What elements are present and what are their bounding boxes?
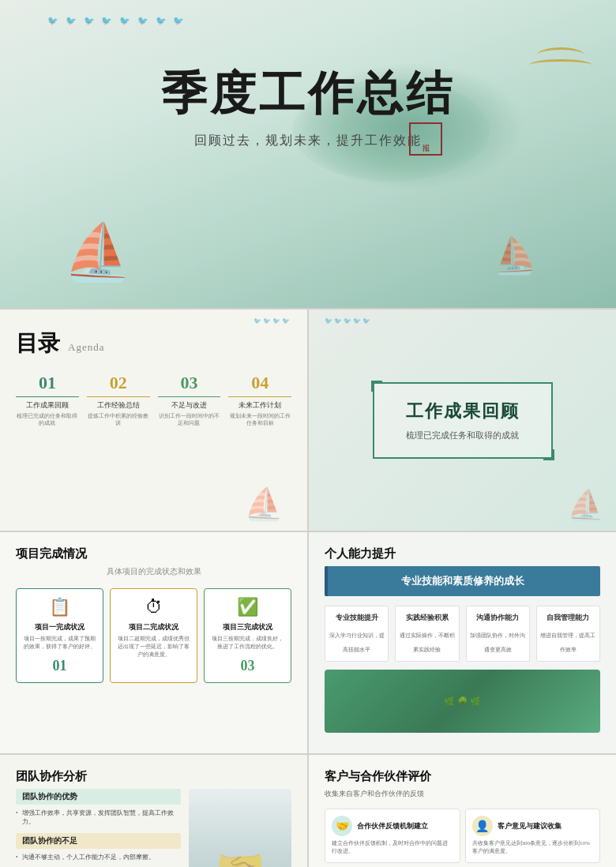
agenda-desc-2: 提炼工作中积累的经验教训 [87, 413, 150, 427]
project-card-2-icon: ⏱ [117, 597, 190, 617]
agenda-title-cn: 目录 [16, 328, 60, 358]
project-card-2-desc: 项目二超期完成，成绩优秀但还出现了一些延迟，影响了客户的满意度。 [117, 636, 190, 659]
ability-panel: 个人能力提升 专业技能和素质修养的成长 专业技能提升 深入学习行业知识，提高技能… [309, 532, 616, 753]
ability-col-1-desc: 深入学习行业知识，提高技能水平 [329, 632, 385, 653]
agenda-num-2: 02 [87, 373, 150, 393]
ability-col-3-desc: 加强团队协作，对外沟通变更高效 [470, 632, 525, 653]
ability-image: 🌿 🌳 🌿 [325, 670, 600, 733]
project-card-3: ✅ 项目三完成状况 项目三按期完成，成绩良好，推进了工作流程的优化。 03 [204, 588, 291, 683]
ability-col-2: 实践经验积累 通过实际操作，不断积累实践经验 [395, 606, 459, 662]
hero-slide: 🐦 🐦 🐦 🐦 🐦 🐦 🐦 🐦 季度工作总结 回顾过去，规划未来，提升工作效能 … [0, 0, 616, 308]
project-section-title: 项目完成情况 [16, 546, 291, 561]
divider-gold-2 [228, 396, 291, 397]
hero-subtitle: 回顾过去，规划未来，提升工作效能 [194, 133, 422, 149]
client-card-1-header: 🤝 合作伙伴反馈机制建立 [332, 816, 453, 836]
agenda-title-row: 目录 Agenda [16, 328, 291, 358]
birds-decoration: 🐦 🐦 🐦 🐦 🐦 🐦 🐦 🐦 [47, 16, 186, 26]
team-section-title: 团队协作分析 [16, 769, 291, 784]
client-card-1-title: 合作伙伴反馈机制建立 [357, 821, 428, 831]
client-card-2-title: 客户意见与建议收集 [498, 821, 562, 831]
team-disadv-item: 沟通不够主动，个人工作能力不足，内部摩擦。 [16, 853, 181, 861]
agenda-desc-4: 规划未来一段时间的工作任务和目标 [228, 413, 291, 427]
hero-stamp: 汇报 [409, 122, 442, 156]
agenda-num-4: 04 [228, 373, 291, 393]
client-card-1-desc: 建立合作伙伴反馈机制，及时对合作中的问题进行改进。 [332, 840, 453, 856]
team-disadv-title: 团队协作的不足 [16, 833, 181, 849]
agenda-item-2: 02 工作经验总结 提炼工作中积累的经验教训 [87, 373, 150, 427]
agenda-items-list: 01 工作成果回顾 梳理已完成的任务和取得的成就 02 工作经验总结 提炼工作中… [16, 373, 291, 427]
client-card-2-header: 👤 客户意见与建议收集 [472, 816, 594, 836]
ability-col-3: 沟通协作能力 加强团队协作，对外沟通变更高效 [466, 606, 530, 662]
cloud-ornament-2 [529, 59, 592, 71]
client-card-2-icon: 👤 [472, 816, 493, 836]
ability-columns-row: 专业技能提升 深入学习行业知识，提高技能水平 实践经验积累 通过实际操作，不断积… [325, 606, 600, 662]
review-frame: 工作成果回顾 梳理已完成任务和取得的成就 [373, 382, 553, 459]
boat-figure-left: ⛵ [63, 220, 132, 284]
ability-col-3-title: 沟通协作能力 [470, 613, 526, 623]
client-card-2-desc: 共收集客户意见达到300条意见，逐步分析到10%客户的满意度。 [472, 840, 594, 856]
divider-gold-1 [87, 396, 150, 397]
ability-banner: 专业技能和素质修养的成长 [325, 566, 600, 596]
ability-col-4: 自我管理能力 增进自我管理，提高工作效率 [536, 606, 600, 662]
project-card-1-num: 01 [23, 658, 96, 674]
project-card-2: ⏱ 项目二完成状况 项目二超期完成，成绩优秀但还出现了一些延迟，影响了客户的满意… [110, 588, 197, 683]
client-card-1-icon: 🤝 [332, 816, 352, 836]
project-card-3-icon: ✅ [211, 597, 284, 617]
client-subtitle: 收集来自客户和合作伙伴的反馈 [325, 789, 600, 799]
team-adv-item: 增强工作效率，共享资源，发挥团队智慧，提高工作效力。 [16, 809, 181, 827]
review-subtitle: 梳理已完成任务和取得的成就 [406, 430, 520, 441]
project-card-3-title: 项目三完成状况 [211, 622, 284, 632]
agenda-desc-1: 梳理已完成的任务和取得的成就 [16, 413, 79, 427]
ability-col-1-title: 专业技能提升 [329, 613, 385, 623]
client-card-2: 👤 客户意见与建议收集 共收集客户意见达到300条意见，逐步分析到10%客户的满… [465, 809, 601, 863]
client-cards-list: 🤝 合作伙伴反馈机制建立 建立合作伙伴反馈机制，及时对合作中的问题进行改进。 👤… [325, 809, 600, 867]
agenda-title-en: Agenda [68, 341, 104, 354]
ability-col-2-desc: 通过实际操作，不断积累实践经验 [400, 632, 455, 653]
project-card-3-desc: 项目三按期完成，成绩良好，推进了工作流程的优化。 [211, 636, 284, 651]
team-content: 团队协作的优势 增强工作效率，共享资源，发挥团队智慧，提高工作效力。 团队协作的… [16, 789, 291, 867]
ability-col-4-desc: 增进自我管理，提高工作效率 [540, 632, 595, 653]
agenda-label-3: 不足与改进 [158, 400, 221, 411]
project-panel: 项目完成情况 具体项目的完成状态和效果 📋 项目一完成状况 项目一按期完成，成果… [0, 532, 307, 753]
team-image: 🤝 [189, 789, 291, 867]
agenda-item-1: 01 工作成果回顾 梳理已完成的任务和取得的成就 [16, 373, 79, 427]
slide-row-4: 团队协作分析 团队协作的优势 增强工作效率，共享资源，发挥团队智慧，提高工作效力… [0, 755, 616, 867]
project-card-3-num: 03 [211, 658, 284, 674]
ability-col-4-title: 自我管理能力 [540, 613, 596, 623]
agenda-num-3: 03 [158, 373, 221, 393]
client-panel: 客户与合作伙伴评价 收集来自客户和合作伙伴的反馈 🤝 合作伙伴反馈机制建立 建立… [309, 755, 616, 867]
agenda-num-1: 01 [16, 373, 79, 393]
agenda-label-1: 工作成果回顾 [16, 400, 79, 411]
client-card-1: 🤝 合作伙伴反馈机制建立 建立合作伙伴反馈机制，及时对合作中的问题进行改进。 [325, 809, 460, 863]
team-panel: 团队协作分析 团队协作的优势 增强工作效率，共享资源，发挥团队智慧，提高工作效力… [0, 755, 307, 867]
agenda-label-4: 未来工作计划 [228, 400, 291, 411]
project-subtitle: 具体项目的完成状态和效果 [16, 566, 291, 577]
client-section-title: 客户与合作伙伴评价 [325, 769, 600, 784]
agenda-item-4: 04 未来工作计划 规划未来一段时间的工作任务和目标 [228, 373, 291, 427]
agenda-birds: 🐦🐦🐦🐦 [254, 317, 291, 325]
agenda-label-2: 工作经验总结 [87, 400, 150, 411]
project-card-1-icon: 📋 [23, 597, 96, 617]
agenda-desc-3: 识别工作一段时间中的不足和问题 [158, 413, 221, 427]
agenda-panel: 🐦🐦🐦🐦 目录 Agenda 01 工作成果回顾 梳理已完成的任务和取得的成就 … [0, 310, 307, 531]
slide-row-3: 项目完成情况 具体项目的完成状态和效果 📋 项目一完成状况 项目一按期完成，成果… [0, 532, 616, 753]
hero-main-title: 季度工作总结 [161, 63, 455, 125]
team-list: 团队协作的优势 增强工作效率，共享资源，发挥团队智慧，提高工作效力。 团队协作的… [16, 789, 181, 867]
team-adv-title: 团队协作的优势 [16, 789, 181, 805]
project-card-1-desc: 项目一按期完成，成果了预期的效果，获得了客户的好评。 [23, 636, 96, 651]
agenda-boat-deco: ⛵ [244, 486, 284, 523]
project-cards-list: 📋 项目一完成状况 项目一按期完成，成果了预期的效果，获得了客户的好评。 01 … [16, 588, 291, 683]
boat-figure-right: ⛵ [493, 235, 537, 276]
ability-section-title: 个人能力提升 [325, 546, 600, 561]
review-boat-deco: ⛵ [567, 488, 604, 523]
project-card-1: 📋 项目一完成状况 项目一按期完成，成果了预期的效果，获得了客户的好评。 01 [16, 588, 103, 683]
divider-green-1 [158, 396, 221, 397]
slide-row-2: 🐦🐦🐦🐦 目录 Agenda 01 工作成果回顾 梳理已完成的任务和取得的成就 … [0, 310, 616, 531]
ability-col-1: 专业技能提升 深入学习行业知识，提高技能水平 [325, 606, 389, 662]
project-card-2-title: 项目二完成状况 [117, 622, 190, 632]
work-review-panel: 🐦🐦🐦🐦🐦 工作成果回顾 梳理已完成任务和取得的成就 ⛵ [309, 310, 616, 531]
project-card-1-title: 项目一完成状况 [23, 622, 96, 632]
review-title: 工作成果回顾 [406, 400, 520, 423]
agenda-item-3: 03 不足与改进 识别工作一段时间中的不足和问题 [158, 373, 221, 427]
divider-teal-1 [16, 396, 79, 397]
